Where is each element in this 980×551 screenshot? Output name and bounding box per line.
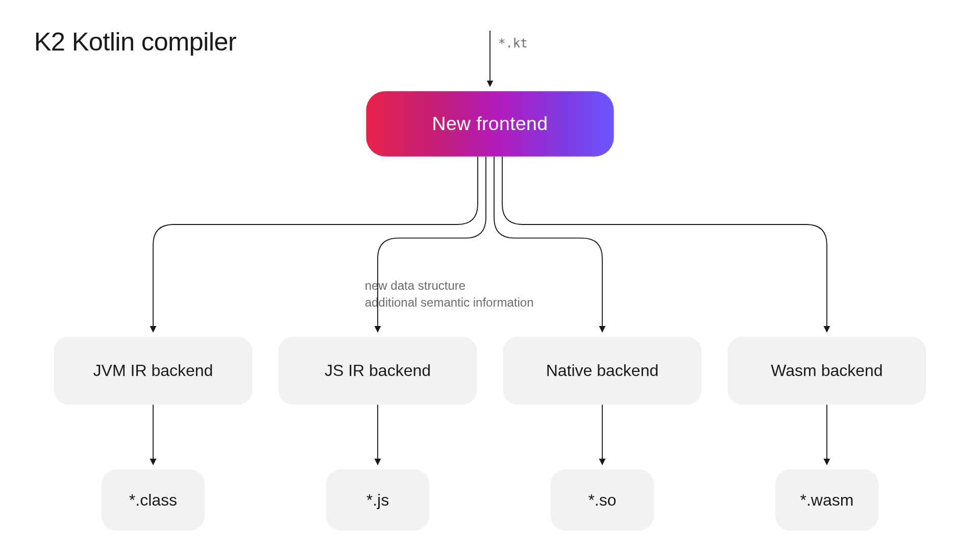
backend-js: JS IR backend	[278, 337, 477, 405]
backend-wasm: Wasm backend	[727, 337, 926, 405]
backend-label: JVM IR backend	[93, 361, 213, 380]
output-wasm: *.wasm	[775, 469, 879, 531]
output-label: *.so	[588, 490, 616, 509]
output-label: *.wasm	[800, 490, 854, 509]
edge-annotation-line2: additional semantic information	[365, 295, 534, 312]
output-js: *.js	[326, 469, 430, 531]
backend-label: Native backend	[546, 361, 659, 380]
frontend-label: New frontend	[432, 113, 548, 135]
edge-annotation: new data structure additional semantic i…	[365, 278, 534, 312]
output-label: *.class	[129, 490, 177, 509]
output-native: *.so	[551, 469, 654, 531]
edge-annotation-line1: new data structure	[365, 278, 534, 295]
output-jvm: *.class	[102, 469, 205, 531]
backend-jvm: JVM IR backend	[54, 337, 252, 405]
output-label: *.js	[366, 490, 389, 509]
connectors	[0, 0, 980, 551]
page-title: K2 Kotlin compiler	[34, 27, 236, 56]
frontend-node: New frontend	[366, 91, 614, 157]
backend-label: Wasm backend	[771, 361, 883, 380]
backend-native: Native backend	[503, 337, 701, 405]
input-label: *.kt	[498, 36, 528, 51]
backend-label: JS IR backend	[325, 361, 431, 380]
